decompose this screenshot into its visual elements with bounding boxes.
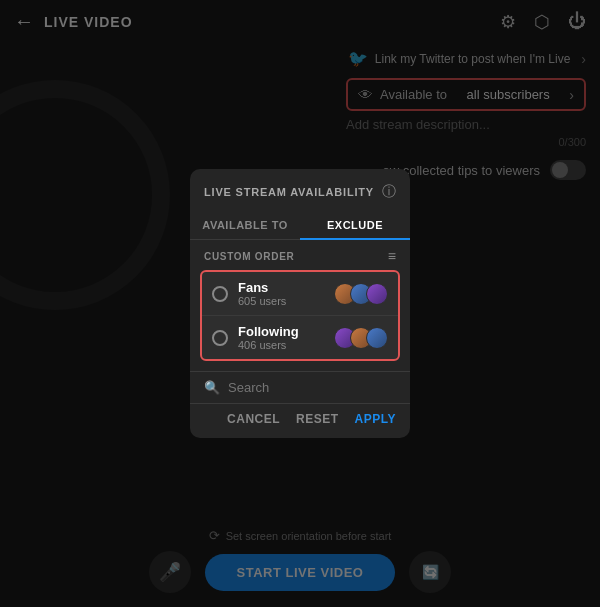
- cancel-button[interactable]: CANCEL: [227, 412, 280, 426]
- fans-info: Fans 605 users: [238, 280, 334, 307]
- following-info: Following 406 users: [238, 324, 334, 351]
- modal-overlay: LIVE STREAM AVAILABILITY ⓘ AVAILABLE TO …: [0, 0, 600, 607]
- fans-avatars: [334, 283, 388, 305]
- modal-search-row: 🔍: [190, 371, 410, 403]
- apply-button[interactable]: APPLY: [355, 412, 396, 426]
- reset-button[interactable]: RESET: [296, 412, 339, 426]
- modal-title-row: LIVE STREAM AVAILABILITY ⓘ: [190, 183, 410, 211]
- following-count: 406 users: [238, 339, 334, 351]
- search-icon: 🔍: [204, 380, 220, 395]
- tab-available-to[interactable]: AVAILABLE TO: [190, 211, 300, 239]
- modal-tabs: AVAILABLE TO EXCLUDE: [190, 211, 410, 240]
- tab-exclude-label: EXCLUDE: [327, 219, 383, 231]
- following-radio[interactable]: [212, 330, 228, 346]
- fans-count: 605 users: [238, 295, 334, 307]
- modal-title: LIVE STREAM AVAILABILITY: [204, 186, 374, 198]
- modal: LIVE STREAM AVAILABILITY ⓘ AVAILABLE TO …: [190, 169, 410, 438]
- tab-exclude[interactable]: EXCLUDE: [300, 211, 410, 239]
- filter-icon[interactable]: ≡: [388, 248, 396, 264]
- avatar-6: [366, 327, 388, 349]
- modal-search-input[interactable]: [228, 380, 396, 395]
- fans-radio[interactable]: [212, 286, 228, 302]
- list-container: Fans 605 users Following 406 users: [200, 270, 400, 361]
- custom-order-row: CUSTOM ORDER ≡: [190, 240, 410, 270]
- fans-name: Fans: [238, 280, 334, 295]
- custom-order-label: CUSTOM ORDER: [204, 251, 294, 262]
- list-item-fans[interactable]: Fans 605 users: [202, 272, 398, 316]
- info-icon[interactable]: ⓘ: [382, 183, 396, 201]
- avatar-3: [366, 283, 388, 305]
- following-avatars: [334, 327, 388, 349]
- modal-footer: CANCEL RESET APPLY: [190, 403, 410, 438]
- list-item-following[interactable]: Following 406 users: [202, 316, 398, 359]
- following-name: Following: [238, 324, 334, 339]
- tab-available-to-label: AVAILABLE TO: [202, 219, 287, 231]
